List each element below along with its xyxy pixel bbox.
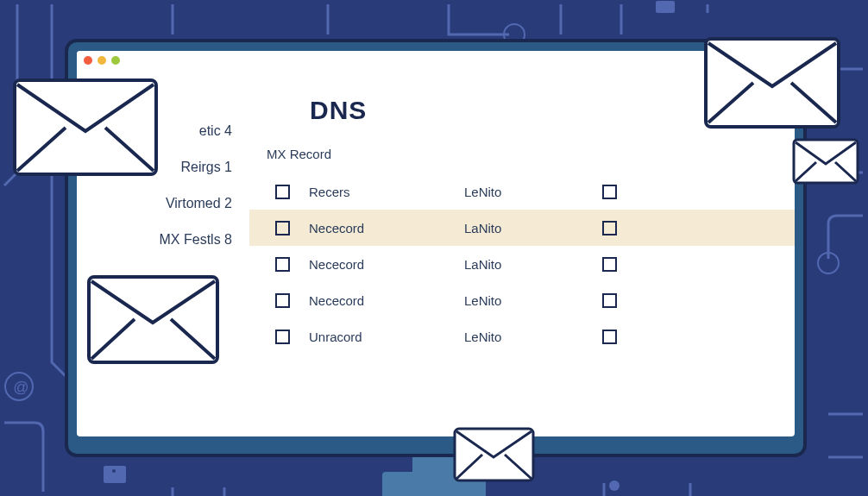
svg-rect-4: [656, 1, 675, 13]
monitor-frame: etic 4 Reirgs 1 Virtomed 2 MX Festls 8 D…: [65, 39, 807, 457]
table-row: Recers LeNito: [249, 173, 795, 210]
content-area: etic 4 Reirgs 1 Virtomed 2 MX Festls 8 D…: [77, 70, 795, 436]
table-row: Unracord LeNito: [249, 318, 795, 355]
checkbox[interactable]: [602, 330, 617, 344]
sidebar-item-reirgs[interactable]: Reirgs 1: [77, 149, 232, 185]
svg-point-6: [112, 469, 116, 473]
record-value: LaNito: [464, 257, 602, 272]
checkbox[interactable]: [602, 221, 617, 235]
checkbox[interactable]: [602, 293, 617, 308]
sidebar-item-virtomed[interactable]: Virtomed 2: [77, 185, 232, 222]
record-name: Unracord: [309, 330, 464, 344]
record-value: LaNito: [464, 221, 602, 235]
checkbox[interactable]: [275, 257, 290, 272]
svg-text:@: @: [13, 379, 28, 396]
checkbox[interactable]: [275, 293, 290, 308]
checkbox[interactable]: [275, 330, 290, 344]
monitor-stand: [382, 472, 486, 496]
record-name: Nececord: [309, 293, 464, 308]
svg-point-2: [5, 373, 33, 400]
checkbox[interactable]: [602, 185, 617, 199]
table-row: Nececord LaNito: [249, 210, 795, 246]
screen: etic 4 Reirgs 1 Virtomed 2 MX Festls 8 D…: [77, 51, 795, 436]
records-table: Recers LeNito Nececord LaNito Nececord L…: [249, 173, 795, 355]
checkbox[interactable]: [275, 185, 290, 199]
record-name: Recers: [309, 185, 464, 199]
close-icon[interactable]: [84, 56, 92, 65]
svg-rect-5: [104, 466, 126, 483]
maximize-icon[interactable]: [111, 56, 120, 65]
record-name: Nececord: [309, 221, 464, 235]
sidebar-item-mx-festls[interactable]: MX Festls 8: [77, 222, 232, 258]
window-titlebar: [77, 51, 795, 70]
section-title: MX Record: [267, 147, 795, 161]
sidebar: etic 4 Reirgs 1 Virtomed 2 MX Festls 8: [77, 70, 249, 436]
svg-point-1: [818, 253, 839, 273]
table-row: Nececord LaNito: [249, 246, 795, 282]
record-value: LeNito: [464, 185, 602, 199]
record-value: LeNito: [464, 330, 602, 344]
page-title: DNS: [310, 96, 795, 125]
minimize-icon[interactable]: [97, 56, 106, 65]
main-panel: DNS MX Record Recers LeNito Nececord LaN…: [249, 70, 795, 436]
checkbox[interactable]: [602, 257, 617, 272]
record-value: LeNito: [464, 293, 602, 308]
sidebar-item-etic[interactable]: etic 4: [77, 113, 232, 149]
svg-point-8: [609, 480, 620, 491]
checkbox[interactable]: [275, 221, 290, 235]
svg-point-7: [819, 166, 829, 176]
table-row: Nececord LeNito: [249, 282, 795, 318]
record-name: Nececord: [309, 257, 464, 272]
